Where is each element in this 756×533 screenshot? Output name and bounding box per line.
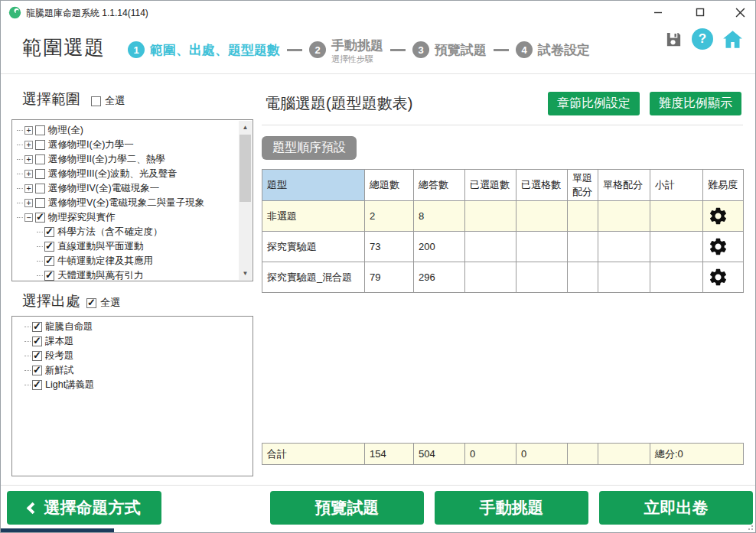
tree-item[interactable]: −物理探究與實作 [15, 210, 251, 225]
expand-icon[interactable]: + [24, 199, 33, 207]
tree-checkbox[interactable] [35, 140, 45, 150]
tree-checkbox[interactable] [35, 213, 45, 223]
cell-selected-blanks[interactable] [516, 262, 568, 293]
tree-item[interactable]: 直線運動與平面運動 [15, 239, 251, 254]
source-checkbox[interactable] [32, 322, 42, 332]
step-1-number: 1 [128, 41, 145, 58]
cell-selected-questions[interactable] [465, 232, 516, 262]
cell-score-per-question[interactable] [568, 232, 598, 262]
app-logo-icon [8, 6, 21, 19]
scope-tree-panel: +物理(全) +選修物理I(全)力學一 +選修物理II(全)力學二、熱學 +選修… [11, 119, 253, 281]
cell-selected-questions[interactable] [465, 201, 516, 232]
source-checkbox[interactable] [32, 351, 42, 361]
expand-icon[interactable]: + [24, 155, 33, 164]
tree-item[interactable]: +選修物理III(全)波動、光及聲音 [15, 167, 251, 181]
cell-selected-blanks[interactable] [516, 232, 568, 262]
difficulty-cell[interactable] [703, 232, 744, 262]
scope-select-all-checkbox[interactable] [91, 96, 101, 106]
close-button[interactable] [724, 1, 756, 24]
step-4[interactable]: 4 試卷設定 [516, 41, 590, 59]
type-order-button[interactable]: 題型順序預設 [262, 136, 357, 160]
tree-checkbox[interactable] [35, 169, 45, 179]
manual-pick-button[interactable]: 手動挑題 [435, 491, 588, 525]
difficulty-ratio-button[interactable]: 難度比例顯示 [650, 92, 741, 115]
preview-questions-button[interactable]: 預覽試題 [270, 491, 424, 525]
source-select-all[interactable]: 全選 [86, 296, 120, 310]
tree-checkbox[interactable] [35, 184, 45, 193]
cell-total-questions: 2 [365, 201, 414, 232]
tree-item[interactable]: +選修物理V(全)電磁現象二與量子現象 [15, 196, 251, 210]
chapter-ratio-button[interactable]: 章節比例設定 [548, 92, 640, 115]
tree-item[interactable]: 天體運動與萬有引力 [15, 268, 251, 281]
cell-score-per-blank[interactable] [598, 232, 650, 262]
difficulty-cell[interactable] [703, 262, 744, 293]
source-item-label: 龍騰自命題 [45, 320, 93, 333]
tree-item[interactable]: +選修物理I(全)力學一 [15, 138, 251, 152]
scrollbar-thumb[interactable] [240, 135, 251, 202]
tree-item[interactable]: 科學方法（含不確定度） [15, 225, 251, 239]
expand-icon[interactable]: + [24, 184, 33, 193]
table-row[interactable]: 探究實驗題 73 200 [262, 232, 744, 262]
difficulty-cell[interactable] [703, 201, 744, 232]
list-item[interactable]: 段考題 [23, 349, 251, 363]
tree-item[interactable]: +選修物理IV(全)電磁現象一 [15, 181, 251, 196]
back-button[interactable]: 選擇命題方式 [7, 491, 161, 525]
tree-checkbox[interactable] [35, 198, 45, 208]
tree-checkbox[interactable] [44, 256, 54, 266]
col-header: 已選格數 [516, 170, 568, 201]
tree-checkbox[interactable] [35, 125, 45, 135]
home-icon[interactable] [722, 30, 743, 49]
minimize-button[interactable] [642, 1, 674, 24]
tree-item[interactable]: +物理(全) [15, 123, 251, 138]
tree-item-label: 科學方法（含不確定度） [57, 226, 163, 239]
resize-grip-icon[interactable] [746, 523, 753, 530]
tree-item[interactable]: +選修物理II(全)力學二、熱學 [15, 152, 251, 167]
step-2[interactable]: 2 手動挑題 選擇性步驟 [309, 37, 383, 63]
gear-icon[interactable] [708, 267, 728, 288]
save-icon[interactable] [665, 31, 683, 48]
source-checkbox[interactable] [32, 366, 42, 375]
scroll-down-icon[interactable]: ▼ [239, 267, 252, 280]
scope-select-all[interactable]: 全選 [91, 94, 125, 108]
table-row[interactable]: 探究實驗題_混合題 79 296 [262, 262, 744, 293]
tree-checkbox[interactable] [35, 154, 45, 164]
expand-icon[interactable]: + [24, 126, 33, 135]
cell-score-per-blank[interactable] [598, 262, 650, 293]
tree-checkbox[interactable] [44, 227, 54, 237]
list-item[interactable]: 龍騰自命題 [23, 320, 251, 334]
cell-type: 非選題 [262, 201, 365, 232]
tree-item-label: 天體運動與萬有引力 [57, 269, 144, 281]
col-header: 總題數 [365, 170, 414, 201]
expand-icon[interactable]: − [24, 213, 33, 222]
help-icon[interactable]: ? [692, 28, 713, 50]
gear-icon[interactable] [708, 236, 728, 257]
cell-score-per-blank[interactable] [598, 201, 650, 232]
cell-selected-questions[interactable] [465, 262, 516, 293]
scroll-up-icon[interactable]: ▲ [239, 121, 252, 134]
tree-item[interactable]: 牛頓運動定律及其應用 [15, 254, 251, 268]
tree-checkbox[interactable] [44, 271, 54, 281]
source-checkbox[interactable] [32, 336, 42, 346]
list-item[interactable]: 新鮮試 [23, 363, 251, 378]
cell-score-per-question[interactable] [568, 201, 598, 232]
scope-tree: +物理(全) +選修物理I(全)力學一 +選修物理II(全)力學二、熱學 +選修… [12, 120, 253, 281]
window-title: 龍騰題庫命題系統 1.1.14(114) [26, 7, 148, 20]
col-header: 總答數 [414, 170, 465, 201]
list-item[interactable]: 課本題 [23, 334, 251, 349]
maximize-button[interactable] [684, 1, 716, 24]
list-item[interactable]: Light講義題 [23, 378, 251, 392]
step-3-label: 預覽試題 [435, 41, 487, 59]
scrollbar[interactable]: ▲ ▼ [239, 121, 252, 280]
cell-score-per-question[interactable] [568, 262, 598, 293]
expand-icon[interactable]: + [24, 170, 33, 178]
tree-checkbox[interactable] [44, 242, 54, 252]
source-checkbox[interactable] [32, 380, 42, 390]
source-select-all-checkbox[interactable] [86, 298, 96, 308]
table-row[interactable]: 非選題 2 8 [262, 201, 744, 232]
step-3[interactable]: 3 預覽試題 [412, 41, 487, 59]
expand-icon[interactable]: + [24, 141, 33, 149]
step-1[interactable]: 1 範圍、出處、題型題數 [128, 41, 280, 59]
cell-selected-blanks[interactable] [516, 201, 568, 232]
generate-paper-button[interactable]: 立即出卷 [599, 491, 753, 525]
gear-icon[interactable] [708, 206, 728, 226]
